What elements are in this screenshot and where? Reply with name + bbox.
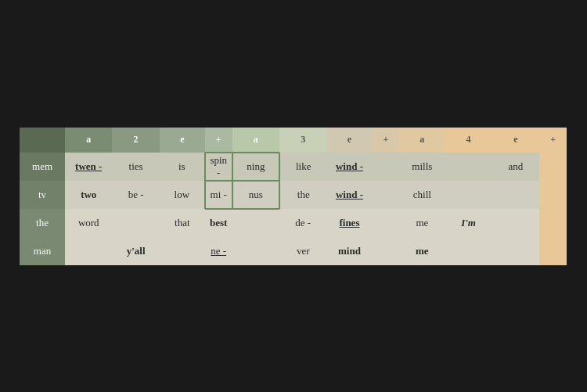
header-row: a 2 e + a 3 e + a 4 e + (20, 128, 567, 153)
row-tv: tv two be - low mi - nus the wind - chil… (20, 181, 567, 209)
cell-man-1 (65, 237, 112, 265)
header-col-a2: a (232, 128, 279, 153)
cell-the-2 (112, 209, 159, 237)
header-label (20, 128, 65, 153)
cell-mem-11: and (492, 153, 539, 181)
cell-mem-8 (372, 153, 399, 181)
cell-tv-6: the (279, 181, 326, 209)
header-col-2: 2 (112, 128, 159, 153)
row-mem: mem twen - ties is spin - ning like wind… (20, 153, 567, 181)
header-col-a: a (65, 128, 112, 153)
cell-the-12 (539, 209, 567, 237)
cell-mem-6: like (279, 153, 326, 181)
cell-man-3 (160, 237, 205, 265)
cell-the-5 (232, 209, 279, 237)
grid-container: a 2 e + a 3 e + a 4 e + mem twen - ties … (20, 128, 567, 265)
header-col-plus3: + (539, 128, 567, 153)
cell-tv-8 (372, 181, 399, 209)
cell-the-9: me (399, 209, 445, 237)
label-tv: tv (20, 181, 65, 209)
cell-the-3: that (160, 209, 205, 237)
cell-tv-7: wind - (326, 181, 372, 209)
cell-man-12 (539, 237, 567, 265)
label-man: man (20, 237, 65, 265)
cell-the-4: best (205, 209, 232, 237)
grid-table: a 2 e + a 3 e + a 4 e + mem twen - ties … (20, 128, 567, 265)
label-the: the (20, 209, 65, 237)
header-col-3: 3 (279, 128, 326, 153)
cell-man-8 (372, 237, 399, 265)
cell-the-10: I'm (445, 209, 492, 237)
cell-mem-4: spin - (205, 153, 232, 181)
cell-man-5 (232, 237, 279, 265)
cell-man-9: me (399, 237, 445, 265)
cell-man-6: ver (279, 237, 326, 265)
cell-tv-2: be - (112, 181, 159, 209)
header-col-e2: e (326, 128, 372, 153)
cell-mem-5: ning (232, 153, 279, 181)
header-col-e3: e (492, 128, 539, 153)
cell-man-2: y'all (112, 237, 159, 265)
cell-tv-9: chill (399, 181, 445, 209)
cell-tv-10 (445, 181, 492, 209)
cell-man-11 (492, 237, 539, 265)
header-col-4: 4 (445, 128, 492, 153)
header-col-plus: + (205, 128, 232, 153)
cell-man-10 (445, 237, 492, 265)
cell-the-1: word (65, 209, 112, 237)
label-mem: mem (20, 153, 65, 181)
row-man: man y'all ne - ver mind me (20, 237, 567, 265)
cell-mem-3: is (160, 153, 205, 181)
cell-mem-9: mills (399, 153, 445, 181)
cell-tv-5: nus (232, 181, 279, 209)
header-col-plus2: + (372, 128, 399, 153)
cell-tv-11 (492, 181, 539, 209)
cell-mem-12 (539, 153, 567, 181)
header-col-a3: a (399, 128, 445, 153)
cell-tv-4: mi - (205, 181, 232, 209)
cell-mem-10 (445, 153, 492, 181)
cell-the-7: fines (326, 209, 372, 237)
cell-man-7: mind (326, 237, 372, 265)
cell-tv-3: low (160, 181, 205, 209)
cell-the-11 (492, 209, 539, 237)
cell-man-4: ne - (205, 237, 232, 265)
cell-tv-1: two (65, 181, 112, 209)
cell-tv-12 (539, 181, 567, 209)
cell-the-8 (372, 209, 399, 237)
cell-mem-2: ties (112, 153, 159, 181)
cell-mem-7: wind - (326, 153, 372, 181)
row-the: the word that best de - fines me I'm (20, 209, 567, 237)
cell-the-6: de - (279, 209, 326, 237)
cell-mem-1: twen - (65, 153, 112, 181)
header-col-e: e (160, 128, 205, 153)
